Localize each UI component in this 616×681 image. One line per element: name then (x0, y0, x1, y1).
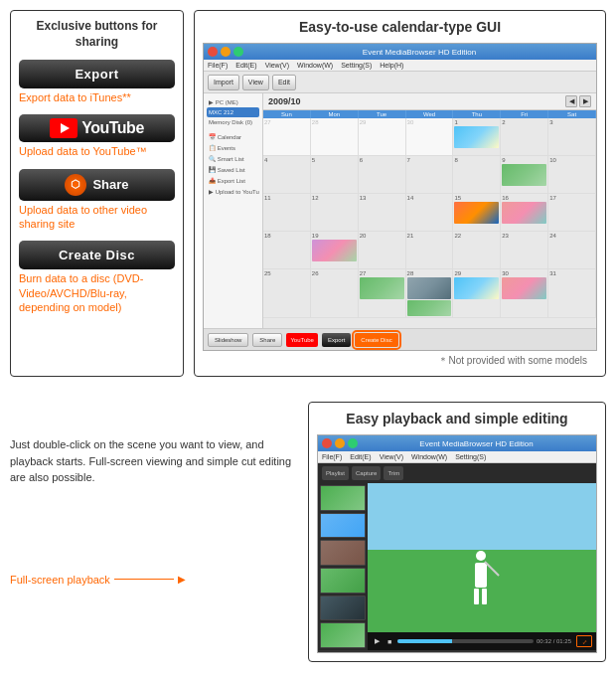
cal-cell-oct29[interactable]: 29 (453, 269, 501, 318)
cal-cell-sep27[interactable]: 27 (263, 118, 311, 156)
cal-tool-edit[interactable]: Edit (272, 75, 296, 90)
vid-thumb-4[interactable] (320, 568, 366, 594)
vid-thumb-3[interactable] (320, 540, 366, 566)
cal-cell-oct8[interactable]: 8 (453, 156, 501, 194)
cal-cell-oct13[interactable]: 13 (359, 194, 406, 232)
cal-cell-sep28[interactable]: 28 (311, 118, 359, 156)
cal-max-btn[interactable] (233, 47, 243, 57)
cal-cell-oct27[interactable]: 27 (359, 269, 406, 318)
cal-day-wed: Wed (406, 110, 454, 118)
cal-status-share-btn[interactable]: Share (252, 333, 282, 347)
vid-thumb-1[interactable] (320, 485, 366, 511)
cal-menu-edit[interactable]: Edit(E) (235, 62, 256, 69)
export-button[interactable]: Export (19, 60, 175, 88)
calendar-footnote: ＊Not provided with some models (203, 354, 597, 368)
cal-cell-oct25[interactable]: 25 (263, 269, 311, 318)
cal-sidebar-mxc[interactable]: MXC 212 (207, 107, 259, 117)
vid-stop-btn[interactable]: ■ (385, 636, 394, 646)
cal-cell-oct6[interactable]: 6 (359, 156, 406, 194)
cal-sidebar-pc[interactable]: ▶ PC (ME) (207, 96, 259, 107)
cal-cell-oct18[interactable]: 18 (263, 232, 311, 269)
cal-sidebar-youtube[interactable]: ▶ Upload to YouTube List (207, 186, 259, 197)
cal-cell-oct17[interactable]: 17 (548, 194, 596, 232)
vid-main-view: ▶ ■ 00:32 / 01:25 ⤢ (368, 483, 596, 650)
vid-play-btn[interactable]: ▶ (372, 636, 382, 646)
cal-next-btn[interactable]: ▶ (579, 95, 591, 107)
cal-min-btn[interactable] (221, 47, 231, 57)
vid-tool-playlist[interactable]: Playlist (322, 466, 349, 480)
cal-cell-oct16[interactable]: 16 (501, 194, 548, 232)
cal-menu-help[interactable]: Help(H) (380, 62, 403, 69)
vid-thumb-6[interactable] (320, 622, 366, 648)
cal-menu-setting[interactable]: Setting(S) (341, 62, 372, 69)
cal-cell-oct15[interactable]: 15 (453, 194, 501, 232)
cal-sidebar-saved[interactable]: 💾 Saved List (207, 164, 259, 175)
vid-thumbnails (318, 483, 368, 650)
cal-cell-oct11[interactable]: 11 (263, 194, 311, 232)
cal-cell-oct31[interactable]: 31 (548, 269, 596, 318)
cal-tool-import[interactable]: Import (208, 75, 239, 90)
cal-cell-oct3[interactable]: 3 (548, 118, 596, 156)
cal-cell-sep30[interactable]: 30 (406, 118, 454, 156)
cal-cell-oct2[interactable]: 2 (501, 118, 548, 156)
cal-prev-btn[interactable]: ◀ (565, 95, 577, 107)
golfer-legs (471, 589, 491, 604)
cal-cell-oct1[interactable]: 1 (453, 118, 501, 156)
cal-cell-oct22[interactable]: 22 (453, 232, 501, 269)
vid-min-btn[interactable] (335, 438, 345, 448)
cal-toolbar: Import View Edit (204, 72, 596, 93)
cal-menu-window[interactable]: Window(W) (297, 62, 333, 69)
cal-cell-oct4[interactable]: 4 (263, 156, 311, 194)
vid-fullscreen-btn[interactable]: ⤢ (576, 635, 592, 647)
vid-thumb-2[interactable] (320, 513, 366, 539)
youtube-button[interactable]: YouTube (19, 114, 175, 142)
golfer-body (475, 563, 487, 588)
vid-tool-capture[interactable]: Capture (352, 466, 381, 480)
cal-cell-oct12[interactable]: 12 (311, 194, 359, 232)
cal-cell-oct28[interactable]: 28 (406, 269, 454, 318)
cal-status-slideshow[interactable]: Slideshow (208, 333, 248, 347)
vid-progress-bar[interactable] (397, 639, 534, 643)
cal-tool-view[interactable]: View (242, 75, 269, 90)
vid-max-btn[interactable] (348, 438, 358, 448)
cal-cell-sep29[interactable]: 29 (359, 118, 406, 156)
export-item: Export Export data to iTunes** (19, 60, 175, 108)
cal-sidebar-smart[interactable]: 🔍 Smart List (207, 153, 259, 164)
cal-cell-oct14[interactable]: 14 (406, 194, 454, 232)
cal-status-disc[interactable]: Create Disc (355, 333, 397, 347)
vid-tool-trim[interactable]: Trim (384, 466, 403, 480)
cal-cell-oct26[interactable]: 26 (311, 269, 359, 318)
cal-cell-oct30[interactable]: 30 (501, 269, 548, 318)
cal-status-export[interactable]: Export (322, 333, 351, 347)
cal-sidebar-events[interactable]: 📋 Events (207, 142, 259, 153)
cal-sidebar-export[interactable]: 📤 Export List (207, 175, 259, 186)
share-label: Upload data to other video sharing site (19, 203, 175, 232)
cal-status-youtube[interactable]: YouTube (286, 333, 318, 347)
cal-menu-file[interactable]: File(F) (208, 62, 228, 69)
cal-cell-oct24[interactable]: 24 (548, 232, 596, 269)
cal-close-btn[interactable] (208, 47, 218, 57)
top-section: Exclusive buttons for sharing Export Exp… (0, 0, 616, 387)
cal-menu-view[interactable]: View(V) (265, 62, 289, 69)
vid-menu-view[interactable]: View(V) (380, 453, 403, 460)
cal-cell-oct7[interactable]: 7 (406, 156, 454, 194)
cal-sidebar-calendar[interactable]: 📅 Calendar (207, 131, 259, 142)
vid-menu-file[interactable]: File(F) (322, 453, 342, 460)
vid-menu-setting[interactable]: Setting(S) (455, 453, 486, 460)
cal-cell-oct9[interactable]: 9 (501, 156, 548, 194)
cal-cell-oct19[interactable]: 19 (311, 232, 359, 269)
cal-cell-oct20[interactable]: 20 (359, 232, 406, 269)
cal-cell-oct23[interactable]: 23 (501, 232, 548, 269)
share-button[interactable]: ⬡ Share (19, 169, 175, 201)
vid-close-btn[interactable] (322, 438, 332, 448)
cal-cell-oct10[interactable]: 10 (548, 156, 596, 194)
cal-cell-oct5[interactable]: 5 (311, 156, 359, 194)
vid-menu-window[interactable]: Window(W) (411, 453, 447, 460)
cal-week2: 4 5 6 7 8 9 10 (263, 156, 596, 194)
vid-menu-edit[interactable]: Edit(E) (350, 453, 371, 460)
vid-thumb-5[interactable] (320, 596, 366, 621)
disc-button[interactable]: Create Disc (19, 241, 175, 269)
vid-time: 00:32 / 01:25 (537, 638, 571, 644)
cal-cell-oct21[interactable]: 21 (406, 232, 454, 269)
cal-sidebar-memory[interactable]: Memory Disk (0) (207, 117, 259, 127)
